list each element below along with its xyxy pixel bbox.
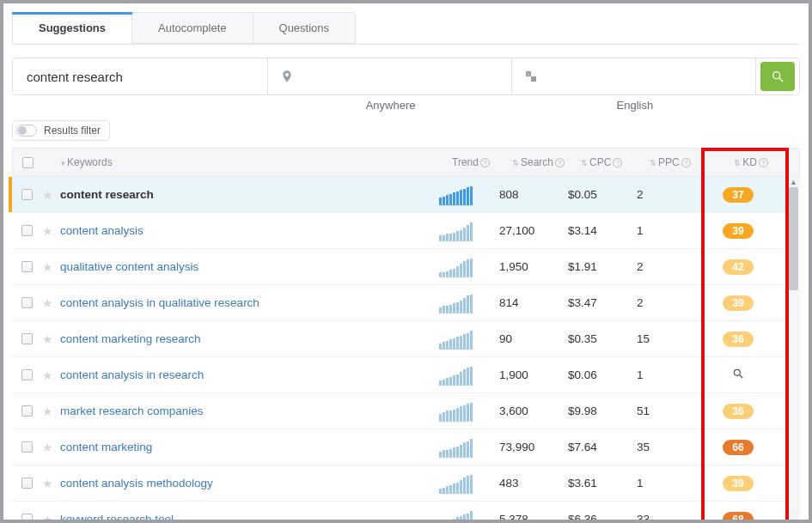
help-icon[interactable]: ? <box>555 158 565 167</box>
star-icon[interactable]: ★ <box>42 224 53 238</box>
keyword-text[interactable]: content marketing research <box>60 332 201 345</box>
table-row[interactable]: ★qualitative content analysis1,950$1.912… <box>12 249 786 285</box>
star-icon[interactable]: ★ <box>42 477 53 490</box>
results-filter-toggle[interactable]: Results filter <box>12 120 110 141</box>
search-volume: 808 <box>499 188 568 201</box>
kd-lookup-button[interactable] <box>732 369 744 382</box>
ppc-value: 1 <box>637 224 697 237</box>
svg-point-0 <box>773 72 780 79</box>
star-icon[interactable]: ★ <box>42 260 53 274</box>
keyword-text[interactable]: content research <box>60 188 154 201</box>
search-volume: 73,990 <box>499 441 568 453</box>
location-label: Anywhere <box>268 99 512 112</box>
star-icon[interactable]: ★ <box>42 332 53 346</box>
vertical-scrollbar[interactable]: ▲ ▼ <box>786 177 800 523</box>
search-volume: 1,950 <box>499 260 568 273</box>
translate-icon <box>524 70 538 83</box>
svg-line-1 <box>779 78 783 82</box>
cpc-value: $1.91 <box>568 260 637 273</box>
location-pin-icon <box>280 70 294 83</box>
trend-sparkline <box>439 293 499 313</box>
table-row[interactable]: ★content marketing73,990$7.643566 <box>12 429 786 465</box>
row-checkbox[interactable] <box>21 225 33 236</box>
star-icon[interactable]: ★ <box>42 513 53 524</box>
language-label: English <box>513 99 757 112</box>
table-row[interactable]: ★keyword research tool5,378$6.363368 <box>12 502 786 523</box>
svg-point-2 <box>734 369 740 375</box>
scroll-up-icon: ▲ <box>787 177 800 187</box>
help-icon[interactable]: ? <box>480 158 490 167</box>
kd-badge: 36 <box>723 404 754 419</box>
select-all-checkbox[interactable] <box>22 157 34 168</box>
cpc-value: $3.14 <box>568 224 637 237</box>
col-kd[interactable]: ⇅KD? <box>710 156 792 168</box>
keyword-text[interactable]: keyword research tool <box>60 513 174 523</box>
cpc-value: $3.47 <box>568 296 637 309</box>
svg-line-3 <box>740 375 743 379</box>
tab-autocomplete[interactable]: Autocomplete <box>132 12 253 44</box>
ppc-value: 2 <box>637 188 697 201</box>
row-checkbox[interactable] <box>21 189 33 200</box>
keyword-text[interactable]: content analysis methodology <box>60 477 213 490</box>
search-volume: 90 <box>499 332 568 345</box>
keyword-text[interactable]: qualitative content analysis <box>60 260 198 273</box>
search-volume: 1,900 <box>499 368 568 381</box>
row-checkbox[interactable] <box>21 261 33 272</box>
keyword-text[interactable]: market research companies <box>60 404 204 417</box>
search-sublabels: Anywhere English <box>12 99 800 112</box>
language-cell[interactable] <box>512 58 756 94</box>
col-cpc[interactable]: ⇅CPC? <box>581 156 650 168</box>
search-input[interactable] <box>25 69 255 85</box>
search-query-cell[interactable] <box>13 58 268 94</box>
row-checkbox[interactable] <box>21 405 33 417</box>
row-checkbox[interactable] <box>21 333 33 344</box>
ppc-value: 51 <box>637 404 697 417</box>
trend-sparkline <box>439 401 499 422</box>
results-table: ▾Keywords Trend? ⇅Search? ⇅CPC? ⇅PPC? ⇅K… <box>12 148 800 523</box>
row-checkbox[interactable] <box>21 514 33 523</box>
keyword-text[interactable]: content marketing <box>60 441 152 453</box>
table-row[interactable]: ★content analysis in research1,900$0.061 <box>12 357 786 393</box>
help-icon[interactable]: ? <box>759 158 768 167</box>
row-checkbox[interactable] <box>21 297 33 308</box>
keyword-text[interactable]: content analysis in qualitative research <box>60 296 259 309</box>
search-button[interactable] <box>760 62 795 91</box>
trend-sparkline <box>439 365 499 386</box>
star-icon[interactable]: ★ <box>42 296 53 310</box>
row-checkbox[interactable] <box>21 369 33 380</box>
star-icon[interactable]: ★ <box>42 441 53 454</box>
kd-badge: 39 <box>723 223 754 239</box>
cpc-value: $0.35 <box>568 332 637 345</box>
star-icon[interactable]: ★ <box>42 188 53 202</box>
table-row[interactable]: ★market research companies3,600$9.985136 <box>12 393 786 429</box>
search-volume: 5,378 <box>499 513 568 523</box>
row-checkbox[interactable] <box>21 477 33 489</box>
table-row[interactable]: ★content analysis methodology483$3.61139 <box>12 465 786 502</box>
col-search[interactable]: ⇅Search? <box>512 156 581 168</box>
kd-badge: 68 <box>723 512 754 524</box>
ppc-value: 33 <box>637 513 697 523</box>
table-row[interactable]: ★content research808$0.05237 <box>12 177 786 213</box>
star-icon[interactable]: ★ <box>42 368 53 382</box>
help-icon[interactable]: ? <box>681 158 691 167</box>
trend-sparkline <box>439 473 499 494</box>
trend-sparkline <box>439 221 499 241</box>
table-row[interactable]: ★content marketing research90$0.351536 <box>12 321 786 357</box>
star-icon[interactable]: ★ <box>42 404 53 418</box>
col-keywords[interactable]: ▾Keywords <box>58 156 452 168</box>
tab-questions[interactable]: Questions <box>253 12 357 44</box>
table-row[interactable]: ★content analysis in qualitative researc… <box>12 285 786 321</box>
scrollbar-thumb[interactable] <box>789 187 798 290</box>
keyword-text[interactable]: content analysis in research <box>60 368 204 381</box>
keyword-text[interactable]: content analysis <box>60 224 143 237</box>
trend-sparkline <box>439 185 499 205</box>
col-trend[interactable]: Trend? <box>452 156 512 168</box>
tab-suggestions[interactable]: Suggestions <box>12 12 132 44</box>
row-checkbox[interactable] <box>21 441 33 453</box>
location-cell[interactable] <box>268 58 512 94</box>
cpc-value: $6.36 <box>568 513 637 523</box>
col-ppc[interactable]: ⇅PPC? <box>650 156 710 168</box>
table-row[interactable]: ★content analysis27,100$3.14139 <box>12 213 786 249</box>
help-icon[interactable]: ? <box>613 158 622 167</box>
table-body: ▲ ▼ ★content research808$0.05237★content… <box>12 177 800 523</box>
